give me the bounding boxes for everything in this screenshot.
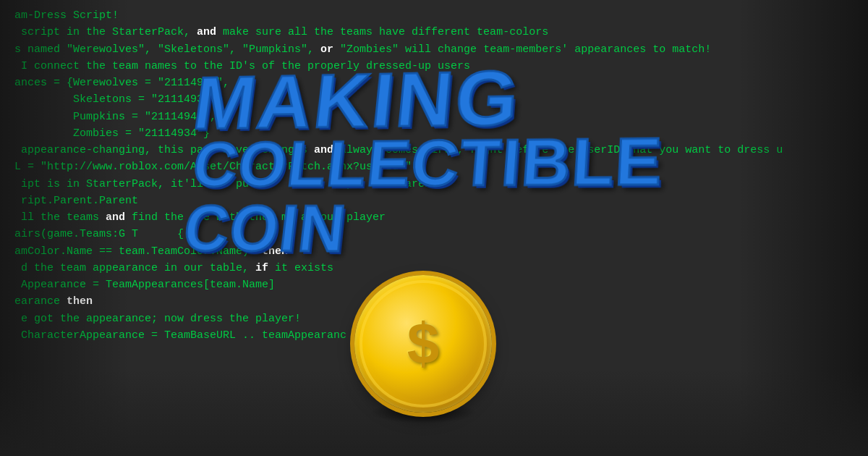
coin: $ [354, 275, 492, 413]
code-line: script in the StarterPack, and make sure… [14, 24, 854, 41]
code-line: am-Dress Script! [14, 7, 854, 24]
title-collectible-coin: COLLECTIBLE COIN [180, 127, 702, 265]
coin-dollar-sign: $ [407, 315, 440, 373]
coin-container: $ [354, 275, 492, 413]
title-overlay: MAKING COLLECTIBLE COIN [185, 55, 704, 265]
code-line: s named "Werewolves", "Skeletons", "Pump… [14, 41, 854, 58]
